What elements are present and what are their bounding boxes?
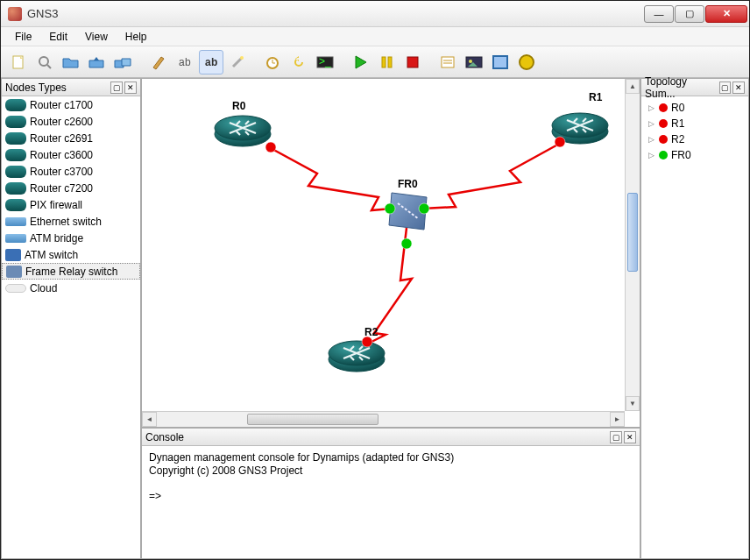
nodes-list[interactable]: Router c1700Router c2600Router c2691Rout… [2, 96, 140, 558]
node-type-item[interactable]: Router c2691 [2, 130, 140, 146]
topology-item-label: R1 [671, 117, 684, 130]
node-type-item[interactable]: Ethernet switch [2, 213, 140, 230]
menu-help[interactable]: Help [117, 28, 156, 46]
node-type-item[interactable]: PIX firewall [2, 196, 140, 213]
circle-button[interactable] [514, 50, 539, 74]
topology-summary-dock: Topology Sum... ▢ ✕ ▷R0▷R1▷R2▷FR0 [640, 78, 749, 559]
node-type-item[interactable]: ATM bridge [2, 230, 140, 246]
dock-close-icon[interactable]: ✕ [124, 82, 137, 94]
annotate-bold-button[interactable]: ab [199, 50, 223, 74]
node-type-label: Router c2600 [30, 116, 93, 128]
annotate-button[interactable]: ab [173, 50, 197, 74]
undo-button[interactable] [287, 50, 311, 74]
save-copies-button[interactable] [111, 50, 136, 74]
node-type-item[interactable]: ATM switch [2, 246, 140, 263]
console-button[interactable]: >_ [313, 50, 337, 74]
expand-icon[interactable]: ▷ [648, 135, 655, 144]
minimize-button[interactable]: — [644, 5, 674, 23]
expand-icon[interactable]: ▷ [648, 103, 655, 112]
router-icon [5, 132, 26, 145]
port-fr0-1[interactable] [385, 203, 395, 214]
atmswitch-icon [5, 249, 21, 261]
hscroll-thumb[interactable] [247, 414, 379, 425]
scroll-down-icon[interactable]: ▼ [626, 396, 640, 411]
svg-rect-13 [382, 57, 386, 67]
topology-tree-item[interactable]: ▷R0 [643, 100, 746, 116]
canvas-vscrollbar[interactable]: ▲ ▼ [625, 79, 640, 411]
scroll-left-icon[interactable]: ◄ [142, 412, 157, 427]
console-dock: Console ▢ ✕ Dynagen management console f… [141, 428, 640, 559]
port-r2[interactable] [362, 337, 372, 347]
console-output[interactable]: Dynagen management console for Dynamips … [142, 446, 640, 558]
node-r0[interactable]: R0 [215, 100, 271, 146]
node-type-label: PIX firewall [30, 199, 82, 211]
svg-point-22 [520, 55, 534, 69]
node-type-item[interactable]: Router c3700 [2, 163, 140, 180]
node-type-item[interactable]: Router c1700 [2, 96, 140, 113]
menu-edit[interactable]: Edit [40, 28, 76, 46]
scroll-up-icon[interactable]: ▲ [626, 79, 640, 94]
node-r2[interactable]: R2 [329, 326, 385, 372]
router-icon [5, 99, 26, 111]
wizard-button[interactable] [225, 50, 250, 74]
router-icon [5, 182, 26, 195]
insert-image-button[interactable] [462, 50, 486, 74]
link-r1-fr0[interactable] [422, 142, 562, 209]
cloud-icon [5, 284, 26, 293]
topology-item-label: R2 [671, 133, 684, 145]
port-fr0-3[interactable] [401, 238, 412, 249]
app-window: GNS3 — ▢ ✕ File Edit View Help ab ab >_ [0, 0, 750, 560]
topology-item-label: FR0 [671, 149, 691, 161]
stop-button[interactable] [400, 50, 425, 74]
link-r0-fr0[interactable] [269, 147, 392, 210]
expand-icon[interactable]: ▷ [648, 151, 655, 159]
menu-file[interactable]: File [6, 28, 40, 46]
canvas-hscrollbar[interactable]: ◄ ► [142, 411, 625, 427]
topology-tree-item[interactable]: ▷FR0 [643, 147, 746, 163]
export-button[interactable] [85, 50, 110, 74]
topology-tree[interactable]: ▷R0▷R1▷R2▷FR0 [641, 96, 748, 558]
node-r1[interactable]: R1 [552, 91, 608, 144]
folder-open-button[interactable] [59, 50, 83, 74]
topology-float-icon[interactable]: ▢ [719, 82, 732, 94]
node-type-item[interactable]: Frame Relay switch [2, 263, 140, 280]
menu-view[interactable]: View [76, 28, 117, 46]
topology-tree-item[interactable]: ▷R1 [643, 116, 746, 131]
maximize-button[interactable]: ▢ [675, 5, 704, 23]
node-type-label: Router c7200 [30, 182, 93, 195]
port-fr0-2[interactable] [419, 203, 429, 214]
node-type-item[interactable]: Router c3600 [2, 146, 140, 163]
node-type-label: Router c2691 [30, 132, 93, 145]
port-r0[interactable] [265, 142, 276, 152]
svg-point-1 [39, 57, 48, 66]
node-type-label: ATM switch [25, 249, 78, 261]
open-button[interactable] [32, 50, 57, 74]
toolbar: ab ab >_ [1, 46, 749, 78]
console-float-icon[interactable]: ▢ [610, 431, 622, 443]
label-fr0: FR0 [398, 178, 418, 190]
play-button[interactable] [348, 50, 372, 74]
node-type-item[interactable]: Router c7200 [2, 180, 140, 196]
rectangle-button[interactable] [488, 50, 513, 74]
expand-icon[interactable]: ▷ [648, 119, 655, 128]
node-fr0[interactable]: FR0 [389, 178, 427, 230]
note-button[interactable] [435, 50, 460, 74]
brush-button[interactable] [146, 50, 171, 74]
status-dot-icon [659, 103, 668, 112]
pause-button[interactable] [374, 50, 399, 74]
console-close-icon[interactable]: ✕ [624, 431, 636, 443]
svg-point-20 [469, 60, 472, 63]
close-button[interactable]: ✕ [705, 5, 747, 23]
topology-tree-item[interactable]: ▷R2 [643, 131, 746, 147]
nodes-types-title: Nodes Types [5, 82, 67, 94]
port-r1[interactable] [555, 137, 565, 147]
timer-button[interactable] [260, 50, 285, 74]
node-type-item[interactable]: Cloud [2, 280, 140, 296]
dock-float-icon[interactable]: ▢ [110, 82, 123, 94]
topology-canvas[interactable]: R0 R1 R2 [141, 78, 640, 428]
new-file-button[interactable] [6, 50, 31, 74]
vscroll-thumb[interactable] [627, 193, 638, 272]
scroll-right-icon[interactable]: ► [610, 412, 625, 427]
node-type-item[interactable]: Router c2600 [2, 113, 140, 130]
topology-close-icon[interactable]: ✕ [732, 82, 745, 94]
